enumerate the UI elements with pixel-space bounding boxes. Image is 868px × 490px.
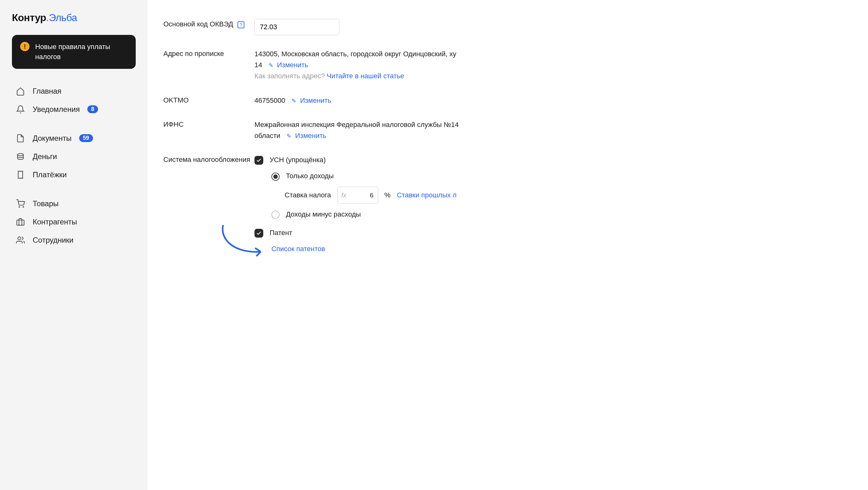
oktmo-edit-link[interactable]: Изменить [300, 96, 331, 104]
notifications-badge: 8 [87, 105, 98, 113]
nav-documents[interactable]: Документы 59 [12, 129, 136, 147]
nav-payments[interactable]: Платёжки [12, 166, 136, 184]
patent-checkbox[interactable] [254, 229, 263, 238]
cart-icon [16, 199, 25, 208]
usn-checkbox[interactable] [254, 156, 263, 165]
usn-label: УСН (упрощёнка) [270, 156, 326, 164]
logo-part1: Контур [12, 12, 46, 23]
nav-goods-label: Товары [33, 199, 59, 208]
okved-label-text: Основной код ОКВЭД [163, 20, 233, 28]
okved-input[interactable] [254, 19, 339, 35]
receipt-icon [16, 170, 25, 179]
logo[interactable]: Контур.Эльба [12, 12, 136, 24]
alert-banner[interactable]: ! Новые правила уплаты налогов [12, 35, 136, 69]
tax-label: Система налогообложения [163, 154, 254, 165]
ifns-value: Межрайонная инспекция Федеральной налого… [254, 121, 459, 128]
patent-list-link[interactable]: Список патентов [272, 245, 325, 253]
okved-label: Основной код ОКВЭД ? [163, 19, 254, 29]
ifns-value2: области [254, 132, 280, 140]
rate-row: Ставка налога fx 6 % Ставки прошлых л [285, 187, 852, 204]
nav-contractors-label: Контрагенты [33, 218, 77, 226]
oktmo-label: OKTMO [163, 95, 254, 105]
main-content: Основной код ОКВЭД ? Адрес по прописке 1… [148, 0, 868, 490]
help-icon[interactable]: ? [238, 21, 244, 28]
ifns-label: ИФНС [163, 119, 254, 129]
patent-label: Патент [270, 229, 292, 237]
address-edit-link[interactable]: Изменить [277, 61, 308, 69]
nav-employees-label: Сотрудники [33, 236, 73, 244]
row-tax-system: Система налогообложения УСН (упрощёнка) … [163, 154, 852, 262]
row-okved: Основной код ОКВЭД ? [163, 19, 852, 35]
patent-block: Патент Список патентов [254, 227, 852, 254]
nav-section-business: Товары Контрагенты Сотрудники [12, 195, 136, 249]
nav-money-label: Деньги [33, 152, 57, 161]
people-icon [16, 235, 25, 245]
alert-text: Новые правила уплаты налогов [35, 42, 128, 62]
nav-payments-label: Платёжки [33, 170, 67, 179]
address-value: 143005, Московская область, городской ок… [254, 50, 457, 58]
rate-input[interactable]: fx 6 [337, 187, 378, 204]
nav-contractors[interactable]: Контрагенты [12, 213, 136, 231]
svg-point-2 [23, 206, 24, 207]
row-address: Адрес по прописке 143005, Московская обл… [163, 49, 852, 82]
nav-notifications[interactable]: Уведомления 8 [12, 100, 136, 118]
income-minus-radio[interactable] [272, 210, 280, 219]
percent-label: % [384, 190, 391, 201]
svg-point-1 [19, 206, 20, 207]
address-label: Адрес по прописке [163, 49, 254, 59]
row-ifns: ИФНС Межрайонная инспекция Федеральной н… [163, 119, 852, 141]
nav-employees[interactable]: Сотрудники [12, 231, 136, 249]
nav-goods[interactable]: Товары [12, 195, 136, 213]
income-minus-label: Доходы минус расходы [286, 210, 361, 218]
document-icon [16, 134, 25, 143]
nav-home[interactable]: Главная [12, 82, 136, 100]
income-only-label: Только доходы [286, 172, 334, 180]
home-icon [16, 86, 25, 96]
ifns-edit-link[interactable]: Изменить [295, 132, 327, 140]
alert-icon: ! [20, 42, 30, 51]
fx-icon: fx [341, 190, 346, 200]
briefcase-icon [16, 217, 25, 227]
sidebar: Контур.Эльба ! Новые правила уплаты нало… [0, 0, 148, 490]
nav-money[interactable]: Деньги [12, 147, 136, 166]
pencil-icon: ✎ [291, 98, 296, 104]
bell-icon [16, 105, 25, 114]
income-only-radio[interactable] [272, 173, 280, 181]
svg-rect-3 [17, 220, 24, 225]
row-oktmo: OKTMO 46755000 ✎ Изменить [163, 95, 852, 106]
usn-block: УСН (упрощёнка) Только доходы Ставка нал… [254, 154, 852, 220]
documents-badge: 59 [79, 134, 93, 142]
nav-documents-label: Документы [33, 134, 72, 143]
address-hint-link[interactable]: Читайте в нашей статье [327, 72, 404, 80]
svg-point-4 [18, 237, 21, 239]
address-hint-prefix: Как заполнять адрес? [254, 72, 327, 80]
nav-section-main: Главная Уведомления 8 [12, 82, 136, 118]
oktmo-value: 46755000 [254, 96, 285, 104]
pencil-icon: ✎ [269, 62, 273, 68]
past-rates-link[interactable]: Ставки прошлых л [397, 190, 457, 201]
nav-home-label: Главная [33, 87, 61, 95]
address-num: 14 [254, 61, 262, 69]
nav-section-docs: Документы 59 Деньги Платёжки [12, 129, 136, 184]
rate-label: Ставка налога [285, 190, 331, 201]
nav-notifications-label: Уведомления [33, 105, 80, 114]
svg-point-0 [18, 153, 24, 155]
money-icon [16, 152, 25, 161]
rate-value: 6 [370, 192, 373, 199]
pencil-icon: ✎ [286, 133, 291, 139]
logo-part2: .Эльба [46, 12, 77, 23]
